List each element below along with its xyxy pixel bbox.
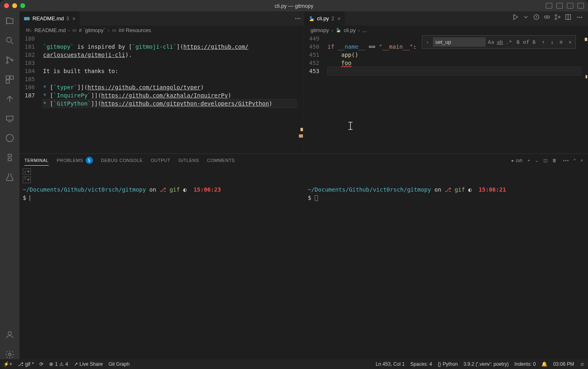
language-status[interactable]: {} Python: [438, 361, 458, 367]
feedback-icon[interactable]: ☺: [580, 361, 585, 367]
regex-icon[interactable]: .*: [505, 39, 512, 46]
python-env-icon[interactable]: [5, 153, 15, 162]
prev-match-icon[interactable]: ↑: [540, 39, 547, 46]
svg-point-15: [555, 15, 557, 16]
terminal-split-indicator-1[interactable]: ┌ ▸: [23, 168, 31, 175]
branch-status[interactable]: ⎇ gif*: [18, 361, 34, 367]
maximize-panel-icon[interactable]: ^: [573, 158, 575, 163]
branch-icon[interactable]: [554, 14, 561, 20]
tab-output[interactable]: OUTPUT: [151, 155, 170, 165]
live-share-status[interactable]: ↗ Live Share: [74, 361, 103, 367]
close-icon[interactable]: ×: [337, 15, 341, 22]
settings-gear-icon[interactable]: [5, 350, 15, 359]
tab-gitlens[interactable]: GITLENS: [178, 155, 199, 165]
search-icon[interactable]: [5, 36, 15, 45]
tab-debug-console[interactable]: DEBUG CONSOLE: [101, 155, 143, 165]
python-file-icon: [335, 27, 341, 33]
next-match-icon[interactable]: ↓: [549, 39, 556, 46]
layout-toggle-secondary-icon[interactable]: [567, 3, 573, 9]
notifications-icon[interactable]: 🔔: [541, 361, 547, 367]
close-icon[interactable]: ×: [566, 39, 574, 46]
history-icon[interactable]: [533, 14, 540, 20]
split-terminal-icon[interactable]: ◫: [543, 158, 547, 163]
indentation-status[interactable]: Spaces: 4: [411, 361, 432, 367]
editor-more-icon[interactable]: [295, 18, 300, 19]
find-input[interactable]: [433, 37, 486, 47]
svg-point-10: [9, 353, 11, 356]
minimap[interactable]: [297, 35, 304, 153]
terminal-pane-2[interactable]: ~/Documents/Github/vict0rsch/gitmopy on …: [308, 186, 585, 202]
github-icon[interactable]: [5, 133, 15, 143]
layout-toggle-primary-icon[interactable]: [546, 3, 552, 9]
window-minimize[interactable]: [12, 3, 17, 8]
editor-group-right: cli.py 2 × gitmopy: [304, 11, 588, 153]
close-icon[interactable]: ×: [72, 15, 76, 22]
svg-point-9: [8, 332, 11, 335]
git-graph-status[interactable]: Git Graph: [108, 361, 130, 367]
markdown-file-icon: [24, 15, 30, 22]
panel-more-icon[interactable]: [563, 160, 569, 161]
panel: TERMINAL PROBLEMS5 DEBUG CONSOLE OUTPUT …: [19, 153, 588, 359]
editor-more-icon[interactable]: [577, 17, 582, 18]
svg-point-2: [6, 62, 8, 63]
tab-problems[interactable]: PROBLEMS5: [57, 154, 93, 166]
source-control-icon[interactable]: [5, 55, 15, 65]
tab-comments[interactable]: COMMENTS: [207, 155, 235, 165]
kill-terminal-icon[interactable]: 🗑: [552, 158, 557, 163]
sync-status[interactable]: ⟳: [39, 361, 43, 367]
svg-point-13: [545, 16, 547, 18]
match-word-icon[interactable]: ab: [496, 39, 504, 46]
clock: 03:06 PM: [553, 361, 574, 367]
python-interpreter[interactable]: 3.9.2 ('.venv': poetry): [463, 361, 508, 367]
editor-group-left: README.md 3 × M↓ README.md › ▭ # `gitmop…: [19, 11, 304, 153]
window-maximize[interactable]: [20, 3, 25, 8]
remote-status[interactable]: ⚡×: [3, 361, 12, 367]
editor-left[interactable]: 180 181 182 183 184 185 186 187 `gitmopy…: [19, 35, 304, 153]
match-case-icon[interactable]: Aa: [487, 39, 495, 46]
window-close[interactable]: [4, 3, 9, 8]
tab-cli[interactable]: cli.py 2 ×: [304, 11, 345, 26]
find-selection-icon[interactable]: ≡: [558, 39, 565, 46]
breadcrumb[interactable]: M↓ README.md › ▭ # `gitmopy` › ▭ ## Reso…: [19, 26, 304, 35]
editor-right[interactable]: › Aa ab .* 6 of 6 ↑ ↓ ≡ × 449 450: [304, 35, 588, 153]
extensions-icon[interactable]: [5, 75, 15, 84]
remote-icon[interactable]: [5, 114, 15, 123]
tab-terminal[interactable]: TERMINAL: [24, 155, 49, 166]
accounts-icon[interactable]: [5, 330, 15, 340]
tab-dirty-badge: 3: [66, 16, 69, 22]
close-panel-icon[interactable]: ×: [581, 158, 583, 163]
find-count: 6 of 6: [514, 39, 538, 45]
tab-readme[interactable]: README.md 3 ×: [19, 11, 80, 26]
svg-rect-11: [24, 17, 30, 20]
minimap[interactable]: [582, 35, 588, 153]
find-widget: › Aa ab .* 6 of 6 ↑ ↓ ≡ ×: [422, 35, 576, 49]
test-icon[interactable]: [5, 172, 15, 182]
svg-point-3: [11, 59, 13, 61]
new-terminal-icon[interactable]: +: [527, 158, 530, 163]
activity-bar: [0, 11, 19, 359]
svg-point-1: [6, 57, 8, 58]
layout-toggle-panel-icon[interactable]: [556, 3, 563, 9]
breadcrumb[interactable]: gitmopy › cli.py › ...: [304, 26, 588, 35]
gutter: 449 450 451 452 453: [304, 35, 324, 153]
terminal-dropdown-icon[interactable]: ⌄: [535, 158, 538, 163]
layout-customize-icon[interactable]: [577, 3, 584, 9]
problems-status[interactable]: ⊗ 1 ⚠ 4: [49, 361, 68, 367]
tab-label: README.md: [32, 15, 64, 22]
compare-icon[interactable]: [544, 14, 550, 20]
split-icon[interactable]: [565, 14, 571, 20]
svg-rect-6: [6, 80, 9, 83]
indents-status[interactable]: Indents: 0: [514, 361, 536, 367]
terminal-pane-1[interactable]: ~/Documents/Github/vict0rsch/gitmopy on …: [23, 186, 300, 202]
status-bar: ⚡× ⎇ gif* ⟳ ⊗ 1 ⚠ 4 ↗ Live Share Git Gra…: [0, 359, 588, 369]
gutter: 180 181 182 183 184 185 186 187: [19, 35, 40, 153]
cursor-position[interactable]: Ln 453, Col 1: [376, 361, 404, 367]
chevron-right-icon[interactable]: ›: [424, 39, 431, 46]
terminal-shell-label[interactable]: ▸zsh: [512, 158, 523, 163]
explorer-icon[interactable]: [5, 16, 15, 26]
svg-point-17: [558, 16, 560, 18]
run-dropdown-icon[interactable]: [523, 14, 529, 20]
terminal-split-indicator-2[interactable]: └ ▸: [23, 177, 31, 183]
run-icon[interactable]: [512, 14, 519, 20]
live-share-icon[interactable]: [5, 94, 15, 104]
